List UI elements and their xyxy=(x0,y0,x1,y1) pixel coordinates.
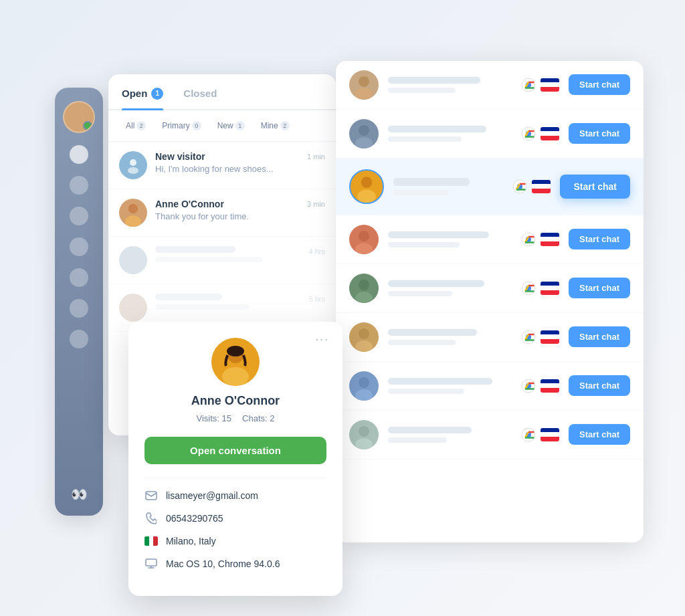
visitor-row-6[interactable]: Start chat xyxy=(336,313,644,362)
contact-name: Anne O'Connor xyxy=(144,394,326,408)
chat-item-3[interactable]: 4 hrs xyxy=(108,237,336,284)
svg-point-29 xyxy=(359,377,369,388)
svg-point-33 xyxy=(359,426,369,437)
france-flag-icon-1 xyxy=(541,78,559,92)
chat-time-new-visitor: 1 min xyxy=(307,152,325,161)
sidebar-user-avatar[interactable] xyxy=(63,101,95,133)
chrome-icon-1 xyxy=(520,77,536,93)
chat-time-anne: 3 min xyxy=(307,200,325,208)
visitor-row-2[interactable]: Start chat xyxy=(336,110,644,159)
card-divider xyxy=(144,478,326,478)
contact-browser: Mac OS 10, Chrome 94.0.6 xyxy=(166,558,280,569)
visitor-name-bar-7 xyxy=(388,378,492,385)
france-flag-icon-7 xyxy=(541,379,559,393)
contact-stats: Visits: 15 Chats: 2 xyxy=(144,413,326,423)
start-chat-button-8[interactable]: Start chat xyxy=(569,424,630,445)
tab-closed[interactable]: Closed xyxy=(183,88,217,109)
visitor-name-bar-5 xyxy=(388,280,484,287)
visitor-icons-6 xyxy=(520,329,559,345)
start-chat-button-4[interactable]: Start chat xyxy=(569,229,630,249)
chat-info-new-visitor: New visitor Hi, I'm looking for new shoe… xyxy=(155,151,299,174)
visitor-row-3[interactable]: Start chat xyxy=(336,159,644,215)
chat-item-anne[interactable]: Anne O'Connor Thank you for your time. 3… xyxy=(108,189,336,237)
sidebar-nav-item-4[interactable] xyxy=(70,237,88,256)
contact-browser-row: Mac OS 10, Chrome 94.0.6 xyxy=(144,557,326,571)
avatar-4 xyxy=(119,294,147,322)
start-chat-button-1[interactable]: Start chat xyxy=(569,74,630,95)
card-options-dots[interactable]: ··· xyxy=(315,332,329,346)
visitor-detail-bar-8 xyxy=(388,437,447,443)
visitor-detail-bar-1 xyxy=(388,88,456,93)
email-icon xyxy=(144,489,158,502)
sidebar-nav-item-1[interactable] xyxy=(70,145,88,164)
visitor-info-8 xyxy=(388,427,511,443)
visitor-info-3 xyxy=(393,178,502,195)
chrome-icon-4 xyxy=(520,231,536,247)
chat-name-new-visitor: New visitor xyxy=(155,151,299,162)
tab-open-badge: 1 xyxy=(151,88,163,100)
filter-primary[interactable]: Primary 0 xyxy=(155,118,207,133)
svg-point-17 xyxy=(359,231,369,241)
filter-new[interactable]: New 1 xyxy=(211,118,252,133)
visitors-icon[interactable]: 👀 xyxy=(71,486,88,502)
chrome-icon-7 xyxy=(520,378,536,394)
start-chat-button-7[interactable]: Start chat xyxy=(569,375,630,396)
visitor-icons-3 xyxy=(512,179,551,195)
france-flag-icon-3 xyxy=(532,180,551,193)
chrome-icon-2 xyxy=(520,126,536,142)
sidebar-nav-item-2[interactable] xyxy=(70,176,88,195)
visitor-icons-7 xyxy=(520,378,559,394)
filter-mine[interactable]: Mine 2 xyxy=(254,118,296,133)
chrome-icon-3 xyxy=(512,179,528,195)
contact-email-row: lisameyer@gmail.com xyxy=(144,489,326,502)
svg-point-14 xyxy=(357,189,376,202)
visitor-row-7[interactable]: Start chat xyxy=(336,362,644,411)
sidebar-nav-item-7[interactable] xyxy=(70,330,88,348)
visitor-info-7 xyxy=(388,378,511,394)
start-chat-button-2[interactable]: Start chat xyxy=(569,123,630,144)
visitor-avatar-1 xyxy=(349,70,379,100)
chat-item-new-visitor[interactable]: New visitor Hi, I'm looking for new shoe… xyxy=(108,142,336,189)
computer-icon xyxy=(144,557,158,571)
chat-preview-anne: Thank you for your time. xyxy=(155,211,299,221)
sidebar-nav-item-6[interactable] xyxy=(70,299,88,318)
italy-flag-icon xyxy=(144,534,158,548)
visitor-icons-8 xyxy=(520,427,559,443)
sidebar-nav-item-5[interactable] xyxy=(70,268,88,287)
visitor-row-5[interactable]: Start chat xyxy=(336,264,644,313)
chrome-icon-5 xyxy=(520,280,536,296)
svg-point-5 xyxy=(359,76,369,87)
filter-all[interactable]: All 2 xyxy=(119,118,153,133)
visitor-name-bar-8 xyxy=(388,427,472,433)
visitor-row-4[interactable]: Start chat xyxy=(336,215,644,264)
visitors-panel: Start chat xyxy=(336,61,644,542)
card-avatar xyxy=(211,338,260,386)
france-flag-icon-6 xyxy=(541,330,559,344)
visitor-row-8[interactable]: Start chat xyxy=(336,411,644,459)
start-chat-button-5[interactable]: Start chat xyxy=(569,278,630,298)
visitor-info-4 xyxy=(388,231,511,247)
france-flag-icon-2 xyxy=(541,127,559,140)
france-flag-icon-4 xyxy=(541,233,559,246)
svg-point-0 xyxy=(130,159,136,166)
sidebar-nav-item-3[interactable] xyxy=(70,207,88,225)
visitor-icons-2 xyxy=(520,126,559,142)
start-chat-button-3[interactable]: Start chat xyxy=(560,175,630,199)
visitor-name-bar-3 xyxy=(393,178,470,186)
svg-point-22 xyxy=(355,292,373,303)
tab-open[interactable]: Open 1 xyxy=(122,88,163,109)
visitor-detail-bar-4 xyxy=(388,242,460,247)
contact-phone-row: 06543290765 xyxy=(144,512,326,525)
open-conversation-button[interactable]: Open conversation xyxy=(144,437,326,464)
start-chat-button-6[interactable]: Start chat xyxy=(569,326,630,347)
visitor-row-1[interactable]: Start chat xyxy=(336,61,644,110)
sidebar: 👀 xyxy=(55,88,103,516)
france-flag-icon-8 xyxy=(541,428,559,441)
visitor-detail-bar-7 xyxy=(388,389,464,394)
svg-point-39 xyxy=(227,346,244,356)
contact-location: Milano, Italy xyxy=(166,536,216,546)
visitor-avatar-6 xyxy=(349,322,379,352)
contact-email: lisameyer@gmail.com xyxy=(166,490,258,501)
visitor-detail-bar-5 xyxy=(388,291,452,296)
svg-point-38 xyxy=(222,367,249,386)
